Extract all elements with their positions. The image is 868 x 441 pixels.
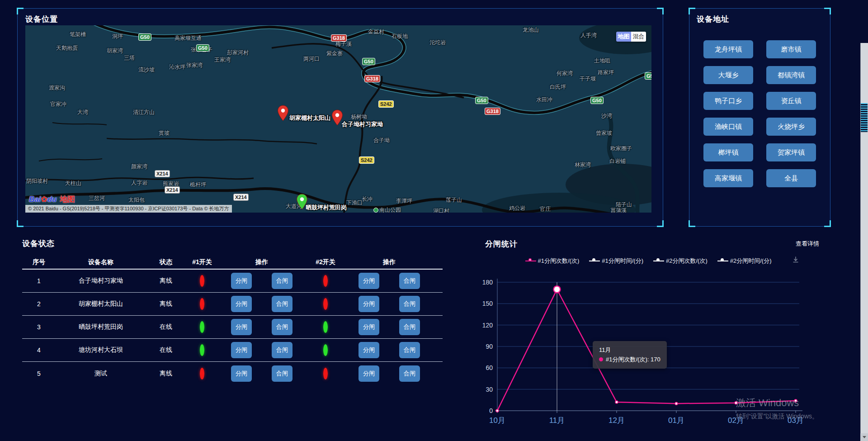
svg-text:03月: 03月 (788, 416, 804, 425)
operation-cell: 分闸合闸 (218, 273, 305, 289)
close-switch-button[interactable]: 合闸 (399, 342, 420, 358)
device-name: 合子坳村习家坳 (56, 277, 146, 285)
baidu-logo: Bai✿du 地图 (29, 194, 75, 204)
map-place-label: 林家湾 (575, 161, 591, 169)
device-status: 离线 (146, 277, 186, 285)
close-switch-button[interactable]: 合闸 (399, 296, 420, 312)
map-type-option[interactable]: 混合 (631, 32, 646, 42)
map-place-label: 李潭坪 (396, 197, 412, 205)
close-switch-button[interactable]: 合闸 (272, 365, 292, 382)
close-switch-button[interactable]: 合闸 (399, 365, 420, 382)
map-place-label: 欧家圈子 (610, 145, 632, 152)
open-switch-button[interactable]: 分闸 (359, 319, 379, 335)
address-button[interactable]: 火烧坪乡 (766, 118, 816, 136)
map-pin-icon[interactable] (277, 105, 289, 121)
legend-item[interactable]: #2分闸次数/(次) (653, 257, 708, 265)
map-place-label: 胡家湾 (107, 47, 123, 55)
close-switch-button[interactable]: 合闸 (399, 319, 420, 335)
operation-cell: 分闸合闸 (346, 273, 433, 289)
open-switch-button[interactable]: 分闸 (359, 273, 379, 289)
address-button[interactable]: 大堰乡 (703, 66, 753, 84)
address-button[interactable]: 资丘镇 (766, 92, 816, 110)
device-table-header: 序号设备名称状态#1开关操作#2开关操作 (22, 256, 443, 270)
open-switch-button[interactable]: 分闸 (231, 319, 252, 335)
panel-title-device-location: 设备位置 (25, 14, 58, 24)
switch-cell (186, 300, 218, 308)
close-switch-button[interactable]: 合闸 (272, 273, 292, 289)
map-place-label: 沙湾 (601, 112, 612, 120)
map-place-label: 大湾 (77, 109, 88, 116)
switch-indicator-green (323, 321, 328, 333)
open-switch-button[interactable]: 分闸 (231, 365, 252, 382)
baidu-map-text: 地图 (60, 195, 75, 204)
device-status: 离线 (146, 370, 186, 378)
switch-indicator-red (200, 368, 204, 379)
open-switch-button[interactable]: 分闸 (231, 342, 252, 358)
map-place-label: 天柱山 (65, 180, 81, 187)
svg-text:11月: 11月 (549, 416, 565, 425)
device-no: 4 (22, 346, 56, 354)
map-place-label: 莲子山 (446, 196, 462, 204)
map-place-label: 阴阳坡村 (26, 177, 48, 185)
map-place-label: 彭家河村 (227, 49, 249, 57)
svg-text:01月: 01月 (668, 416, 684, 425)
road-shield: G50 (590, 97, 604, 104)
road-shield: G318 (485, 108, 500, 115)
view-details-link[interactable]: 查看详情 (796, 240, 819, 248)
svg-text:60: 60 (486, 364, 493, 371)
panel-title-device-address: 设备地址 (697, 14, 729, 24)
address-button[interactable]: 磨市镇 (766, 40, 816, 58)
map-place-label: 人字岩 (131, 179, 147, 187)
trip-statistics-section: 分闸统计 查看详情 #1分闸次数/(次)#1分闸时间/(分)#2分闸次数/(次)… (475, 235, 822, 441)
open-switch-button[interactable]: 分闸 (359, 365, 379, 382)
open-switch-button[interactable]: 分闸 (359, 342, 379, 358)
close-switch-button[interactable]: 合闸 (399, 273, 420, 289)
address-button[interactable]: 龙舟坪镇 (703, 40, 753, 58)
table-column-header: 设备名称 (56, 258, 146, 266)
open-switch-button[interactable]: 分闸 (359, 296, 379, 312)
device-no: 5 (22, 370, 56, 377)
switch-cell (305, 346, 346, 354)
map-type-control[interactable]: 地图混合 (616, 32, 646, 42)
close-switch-button[interactable]: 合闸 (272, 342, 292, 358)
address-button[interactable]: 全县 (766, 169, 816, 187)
address-button[interactable]: 高家堰镇 (703, 169, 753, 187)
scrollbar-down-arrow[interactable] (860, 433, 868, 441)
panel-title-trip-statistics: 分闸统计 (485, 239, 518, 249)
legend-item[interactable]: #1分闸时间/(分) (589, 257, 643, 265)
baidu-paw-icon: ✿ (41, 195, 47, 204)
address-button[interactable]: 贺家坪镇 (766, 143, 816, 161)
address-button[interactable]: 榔坪镇 (703, 143, 753, 161)
tooltip-title: 11月 (599, 345, 660, 355)
legend-marker (589, 261, 600, 261)
scrollbar-track[interactable] (860, 43, 868, 441)
map-place-label: 三岔河 (89, 194, 105, 202)
address-button[interactable]: 鸭子口乡 (703, 92, 753, 110)
legend-item[interactable]: #1分闸次数/(次) (525, 257, 580, 265)
device-address-panel: 设备地址 龙舟坪镇磨市镇大堰乡都镇湾镇鸭子口乡资丘镇渔峡口镇火烧坪乡榔坪镇贺家坪… (689, 8, 830, 227)
baidu-map[interactable]: 笔架槽洞坪天鹅抱蛋胡家湾高家堰互通梅子溪紫金寨金益村石板地沱坨岩张家台子彭家河村… (25, 25, 651, 213)
table-column-header: 状态 (146, 258, 186, 266)
map-place-label: 土地咀 (594, 57, 610, 65)
close-switch-button[interactable]: 合闸 (272, 296, 292, 312)
map-type-option[interactable]: 地图 (616, 32, 631, 42)
legend-item[interactable]: #2分闸时间/(分) (717, 257, 772, 265)
svg-text:02月: 02月 (728, 416, 744, 425)
page-scrollbar[interactable] (860, 0, 868, 441)
device-name: 塘坊河村大石坝 (56, 346, 146, 354)
table-row: 2胡家棚村太阳山离线分闸合闸分闸合闸 (22, 293, 443, 316)
table-row: 5测试离线分闸合闸分闸合闸 (22, 362, 443, 385)
close-switch-button[interactable]: 合闸 (272, 319, 292, 335)
map-place-label: 曾家坡 (596, 129, 612, 137)
switch-cell (305, 277, 346, 285)
open-switch-button[interactable]: 分闸 (231, 296, 252, 312)
legend-marker (653, 261, 664, 261)
corner-decoration (824, 220, 831, 227)
address-button[interactable]: 渔峡口镇 (703, 118, 753, 136)
open-switch-button[interactable]: 分闸 (231, 273, 252, 289)
map-place-label: 太阳包 (128, 196, 145, 204)
scrollbar-thumb[interactable] (861, 103, 868, 132)
map-place-label: 官家冲 (50, 100, 66, 108)
address-button[interactable]: 都镇湾镇 (766, 66, 816, 84)
switch-indicator-green (323, 344, 328, 356)
